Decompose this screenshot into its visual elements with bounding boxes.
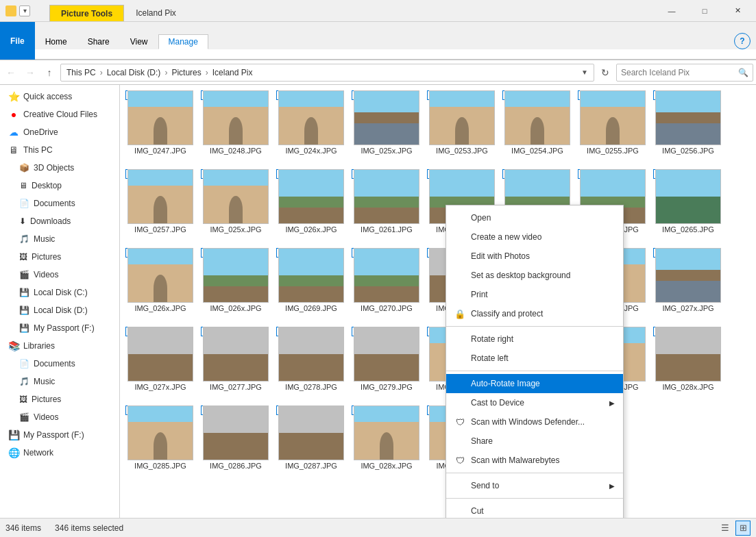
context-menu-item[interactable]: Set as desktop background — [446, 266, 623, 285]
sidebar-item-local-disk-d[interactable]: 💾 Local Disk (D:) — [0, 301, 119, 319]
help-button[interactable]: ? — [734, 33, 751, 49]
thumb-item[interactable]: ✓IMG_0287.JPG — [273, 403, 349, 482]
context-menu-item[interactable]: Cast to Device▶ — [446, 393, 623, 412]
thumb-label: IMG_0278.JPG — [276, 383, 346, 391]
documents-icon: 📄 — [19, 199, 29, 208]
sidebar-item-libraries[interactable]: 📚 Libraries — [0, 337, 119, 355]
thumb-item[interactable]: ✓IMG_0261.JPG — [349, 166, 424, 245]
context-menu-item[interactable]: 🛡Scan with Malwarebytes — [446, 451, 623, 470]
sidebar-item-my-passport[interactable]: 💾 My Passport (F:) — [0, 319, 119, 337]
thumb-item[interactable]: ✓IMG_0256.JPG — [650, 88, 726, 166]
sidebar-item-my-passport-f[interactable]: 💾 My Passport (F:) — [0, 426, 119, 444]
context-menu-item[interactable]: Share — [446, 432, 623, 451]
search-box[interactable]: 🔍 — [616, 64, 753, 82]
thumb-item[interactable]: ✓IMG_0257.JPG — [123, 166, 198, 245]
sidebar-item-music[interactable]: 🎵 Music — [0, 230, 119, 248]
thumb-item[interactable]: ✓IMG_026x.JPG — [273, 166, 349, 245]
ribbon-tab-file[interactable]: File — [0, 22, 35, 60]
thumb-item[interactable]: ✓IMG_027x.JPG — [123, 324, 198, 403]
context-menu-item[interactable]: Create a new video — [446, 227, 623, 247]
thumb-label: IMG_027x.JPG — [653, 304, 723, 312]
sidebar-item-quick-access[interactable]: ⭐ Quick access — [0, 88, 119, 105]
thumb-item[interactable]: ✓IMG_028x.JPG — [650, 324, 726, 403]
close-button[interactable]: ✕ — [722, 0, 753, 22]
sidebar-item-local-disk-c[interactable]: 💾 Local Disk (C:) — [0, 284, 119, 301]
address-dropdown[interactable]: ▼ — [581, 68, 588, 76]
list-view-button[interactable]: ☰ — [718, 521, 733, 536]
forward-button[interactable]: → — [22, 64, 38, 81]
thumb-item[interactable]: ✓IMG_0253.JPG — [424, 88, 500, 166]
ribbon-tab-view[interactable]: View — [120, 34, 158, 49]
context-menu-item[interactable]: Rotate right — [446, 329, 623, 349]
sidebar-item-onedrive[interactable]: ☁ OneDrive — [0, 123, 119, 141]
thumb-item[interactable]: ✓IMG_027x.JPG — [650, 245, 726, 324]
maximize-button[interactable]: □ — [689, 0, 720, 22]
thumb-item[interactable]: ✓IMG_025x.JPG — [349, 88, 424, 166]
thumb-item[interactable]: ✓IMG_028x.JPG — [349, 403, 424, 482]
thumb-item[interactable]: ✓IMG_0270.JPG — [349, 245, 424, 324]
quick-access-btn[interactable]: ▾ — [19, 5, 30, 16]
thumb-item[interactable]: ✓IMG_0247.JPG — [123, 88, 198, 166]
thumb-image — [278, 248, 344, 303]
thumb-label: IMG_0248.JPG — [201, 147, 271, 155]
up-button[interactable]: ↑ — [41, 64, 58, 81]
ribbon-tab-home[interactable]: Home — [35, 34, 77, 49]
search-input[interactable] — [621, 68, 735, 77]
context-menu-item[interactable]: 🛡Scan with Windows Defender... — [446, 412, 623, 432]
sidebar-item-this-pc[interactable]: 🖥 This PC — [0, 141, 119, 159]
context-menu-item[interactable]: Cut — [446, 501, 623, 518]
thumb-item[interactable]: ✓IMG_025x.JPG — [198, 166, 273, 245]
ribbon-tab-manage[interactable]: Manage — [158, 34, 208, 49]
thumb-item[interactable]: ✓IMG_0265.JPG — [650, 166, 726, 245]
title-tab-picture-tools[interactable]: Picture Tools — [49, 5, 124, 21]
context-menu-item[interactable]: Send to▶ — [446, 476, 623, 495]
thumb-item[interactable]: ✓IMG_0278.JPG — [273, 324, 349, 403]
context-menu-item[interactable]: Auto-Rotate Image — [446, 374, 623, 393]
sidebar-item-creative-cloud[interactable]: ● Creative Cloud Files — [0, 105, 119, 123]
context-menu-item[interactable]: Edit with Photos — [446, 247, 623, 266]
context-menu-item[interactable]: Rotate left — [446, 349, 623, 368]
sidebar-item-lib-pictures[interactable]: 🖼 Pictures — [0, 390, 119, 408]
sidebar-item-lib-documents[interactable]: 📄 Documents — [0, 355, 119, 373]
thumb-item[interactable]: ✓IMG_024x.JPG — [273, 88, 349, 166]
thumb-item[interactable]: ✓IMG_0286.JPG — [198, 403, 273, 482]
sidebar-item-network[interactable]: 🌐 Network — [0, 444, 119, 462]
thumb-item[interactable]: ✓IMG_0279.JPG — [349, 324, 424, 403]
ribbon: File Home Share View Manage ? — [0, 22, 756, 60]
context-menu-item[interactable]: Open — [446, 208, 623, 227]
sidebar-item-lib-videos[interactable]: 🎬 Videos — [0, 408, 119, 426]
thumb-item[interactable]: ✓IMG_0254.JPG — [500, 88, 575, 166]
thumb-label: IMG_0270.JPG — [352, 304, 422, 312]
thumb-image — [354, 405, 419, 460]
context-menu-item-icon: 🛡 — [454, 416, 465, 427]
thumb-item[interactable]: ✓IMG_026x.JPG — [123, 245, 198, 324]
address-field[interactable]: This PC › Local Disk (D:) › Pictures › I… — [60, 64, 594, 82]
context-menu-item-label: Share — [471, 436, 493, 446]
this-pc-icon: 🖥 — [8, 145, 19, 155]
thumb-item[interactable]: ✓IMG_0285.JPG — [123, 403, 198, 482]
sidebar-item-downloads[interactable]: ⬇ Downloads — [0, 212, 119, 230]
thumb-item[interactable]: ✓IMG_0269.JPG — [273, 245, 349, 324]
context-menu-item[interactable]: Print — [446, 285, 623, 304]
thumb-item[interactable]: ✓IMG_026x.JPG — [198, 245, 273, 324]
sidebar-item-documents[interactable]: 📄 Documents — [0, 195, 119, 212]
thumb-image — [354, 327, 419, 382]
grid-view-button[interactable]: ⊞ — [735, 521, 751, 536]
sidebar-item-lib-music[interactable]: 🎵 Music — [0, 373, 119, 390]
thumb-item[interactable]: ✓IMG_0255.JPG — [575, 88, 650, 166]
refresh-button[interactable]: ↻ — [597, 64, 613, 81]
context-menu-item[interactable]: 🔒Classify and protect — [446, 304, 623, 323]
ribbon-tab-share[interactable]: Share — [77, 34, 120, 49]
thumb-image — [127, 169, 193, 224]
minimize-button[interactable]: — — [656, 0, 687, 22]
thumb-item[interactable]: ✓IMG_0248.JPG — [198, 88, 273, 166]
sidebar-item-videos[interactable]: 🎬 Videos — [0, 266, 119, 284]
title-tab-iceland[interactable]: Iceland Pix — [124, 5, 188, 21]
sidebar-item-pictures[interactable]: 🖼 Pictures — [0, 248, 119, 266]
context-menu-item-label: Cut — [471, 506, 484, 516]
thumb-item[interactable]: ✓IMG_0277.JPG — [198, 324, 273, 403]
sidebar-item-desktop[interactable]: 🖥 Desktop — [0, 177, 119, 195]
main-layout: ⭐ Quick access ● Creative Cloud Files ☁ … — [0, 85, 756, 518]
back-button[interactable]: ← — [3, 64, 19, 81]
sidebar-item-3d-objects[interactable]: 📦 3D Objects — [0, 159, 119, 177]
